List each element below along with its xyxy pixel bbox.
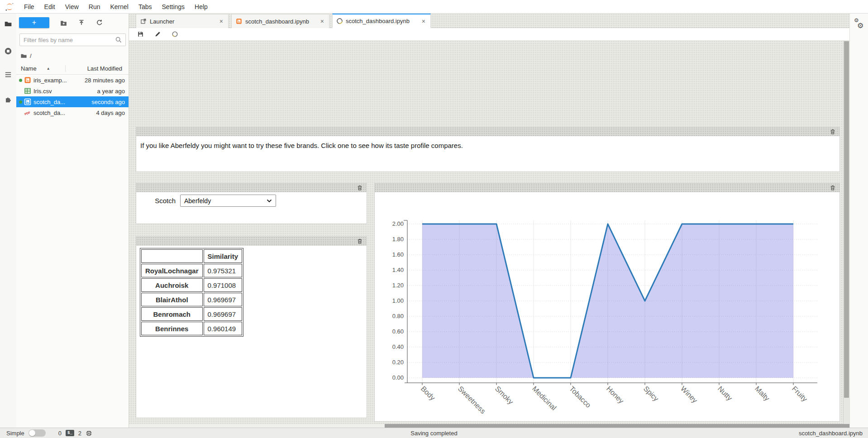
tab-label: scotch_dashboard.ipynb bbox=[245, 18, 316, 25]
svg-text:Fruity: Fruity bbox=[791, 385, 809, 403]
close-tab-icon[interactable]: × bbox=[320, 18, 325, 25]
table-row[interactable]: Auchroisk 0.971008 bbox=[141, 278, 242, 292]
file-name: iris_examp... bbox=[33, 77, 85, 84]
kernel-indicator-icon[interactable] bbox=[170, 29, 180, 39]
vertical-scrollbar[interactable] bbox=[843, 41, 849, 424]
running-sessions-icon[interactable] bbox=[0, 44, 16, 58]
table-row[interactable]: Benrinnes 0.960149 bbox=[141, 322, 242, 335]
table-row[interactable]: RoyalLochnagar 0.975321 bbox=[141, 264, 242, 277]
sort-by-modified[interactable]: Last Modified bbox=[65, 65, 129, 72]
svg-text:Winey: Winey bbox=[679, 385, 699, 404]
tab-notebook[interactable]: scotch_dashboard.ipynb × bbox=[231, 14, 329, 28]
trash-icon[interactable] bbox=[829, 184, 837, 192]
similarity-table: Similarity RoyalLochnagar 0.975321 Auchr… bbox=[140, 248, 243, 337]
svg-text:0.60: 0.60 bbox=[392, 328, 404, 335]
trash-icon[interactable] bbox=[356, 184, 364, 192]
sort-by-name[interactable]: Name ▲ bbox=[16, 65, 65, 72]
horizontal-scrollbar-thumb[interactable] bbox=[385, 424, 849, 428]
menu-file[interactable]: File bbox=[19, 0, 39, 14]
file-row-scotch-pdf[interactable]: PDF scotch_da... 4 days ago bbox=[16, 107, 129, 118]
cell-drag-handle[interactable] bbox=[136, 127, 839, 136]
tab-launcher[interactable]: Launcher × bbox=[136, 14, 229, 28]
simple-mode-label: Simple bbox=[6, 430, 24, 437]
menu-help[interactable]: Help bbox=[190, 0, 213, 14]
file-modified: 28 minutes ago bbox=[85, 77, 129, 84]
save-button[interactable] bbox=[135, 29, 145, 39]
kernels-count[interactable]: 2 bbox=[78, 430, 81, 437]
file-browser-panel: + / Name ▲ Last Modified iris_e bbox=[16, 14, 129, 428]
new-folder-button[interactable] bbox=[57, 17, 69, 28]
tab-bar: Launcher × scotch_dashboard.ipynb × scot… bbox=[129, 14, 849, 28]
svg-text:0.20: 0.20 bbox=[392, 359, 404, 366]
brand-cell[interactable]: Benrinnes bbox=[141, 322, 203, 335]
table-row[interactable]: BlairAthol 0.969697 bbox=[141, 293, 242, 306]
cell-drag-handle[interactable] bbox=[136, 183, 367, 192]
file-row-scotch-notebook[interactable]: scotch_da... seconds ago bbox=[16, 96, 129, 107]
menu-bar: File Edit View Run Kernel Tabs Settings … bbox=[0, 0, 868, 14]
vertical-scrollbar-thumb[interactable] bbox=[844, 41, 849, 398]
notebook-toolbar bbox=[129, 28, 849, 41]
name-header-label: Name bbox=[21, 65, 37, 72]
new-launcher-button[interactable]: + bbox=[19, 17, 49, 28]
menu-tabs[interactable]: Tabs bbox=[134, 0, 157, 14]
table-of-contents-icon[interactable] bbox=[0, 68, 16, 81]
edit-button[interactable] bbox=[153, 29, 162, 39]
file-row-iris-csv[interactable]: Iris.csv a year ago bbox=[16, 86, 129, 96]
terminals-count[interactable]: 0 bbox=[58, 430, 62, 437]
svg-text:1.00: 1.00 bbox=[392, 297, 404, 304]
file-browser-icon[interactable] bbox=[0, 17, 16, 31]
close-tab-icon[interactable]: × bbox=[219, 18, 224, 25]
upload-button[interactable] bbox=[76, 17, 87, 28]
dashboard-settings-gears-icon[interactable]: ⚙ ⚙ bbox=[850, 16, 868, 34]
brand-cell[interactable]: BlairAthol bbox=[141, 293, 203, 306]
svg-text:Nutty: Nutty bbox=[716, 385, 734, 402]
menu-view[interactable]: View bbox=[60, 0, 84, 14]
sort-ascending-icon: ▲ bbox=[47, 67, 50, 71]
extension-manager-icon[interactable] bbox=[0, 92, 16, 106]
similarity-cell: 0.971008 bbox=[204, 278, 243, 292]
menu-settings[interactable]: Settings bbox=[157, 0, 190, 14]
empty-header-cell bbox=[141, 249, 203, 263]
svg-text:1.60: 1.60 bbox=[392, 251, 404, 258]
scotch-select-cell: Scotch Aberfeldy bbox=[136, 183, 367, 224]
svg-text:Malty: Malty bbox=[754, 385, 771, 402]
filter-files bbox=[19, 33, 125, 46]
filter-files-input[interactable] bbox=[19, 33, 126, 46]
menu-run[interactable]: Run bbox=[84, 0, 105, 14]
brand-cell[interactable]: RoyalLochnagar bbox=[141, 264, 203, 277]
trash-icon[interactable] bbox=[829, 128, 837, 136]
notebook-file-icon bbox=[236, 18, 242, 24]
terminal-icon[interactable]: $_ bbox=[66, 430, 74, 436]
svg-text:Spicy: Spicy bbox=[642, 385, 660, 403]
similarity-cell: 0.969697 bbox=[204, 293, 243, 306]
horizontal-scrollbar[interactable] bbox=[129, 424, 849, 428]
tab-dashboard-active[interactable]: scotch_dashboard.ipynb × bbox=[332, 14, 431, 28]
gear-icon: ⚙ bbox=[857, 21, 863, 30]
table-header-row: Similarity bbox=[141, 249, 242, 263]
file-row-iris-example[interactable]: iris_examp... 28 minutes ago bbox=[16, 75, 129, 86]
breadcrumb[interactable]: / bbox=[16, 46, 129, 63]
svg-text:1.40: 1.40 bbox=[392, 267, 404, 273]
simple-mode-toggle[interactable] bbox=[29, 429, 46, 437]
trash-icon[interactable] bbox=[356, 237, 364, 245]
file-name: scotch_da... bbox=[33, 110, 96, 116]
menu-kernel[interactable]: Kernel bbox=[105, 0, 133, 14]
kernel-chip-icon[interactable] bbox=[86, 430, 92, 437]
close-tab-icon[interactable]: × bbox=[421, 18, 426, 25]
taste-profile-chart: 0.000.200.400.600.801.001.201.401.601.80… bbox=[375, 192, 839, 421]
svg-text:Medicinal: Medicinal bbox=[531, 385, 558, 412]
menu-edit[interactable]: Edit bbox=[39, 0, 60, 14]
similarity-cell: 0.975321 bbox=[204, 264, 243, 277]
right-rail: ⚙ ⚙ bbox=[849, 14, 868, 428]
file-list-header: Name ▲ Last Modified bbox=[16, 63, 129, 75]
tab-label: scotch_dashboard.ipynb bbox=[346, 18, 418, 24]
csv-file-icon bbox=[24, 87, 31, 95]
scotch-select[interactable]: Aberfeldy bbox=[180, 195, 276, 207]
refresh-button[interactable] bbox=[94, 17, 105, 28]
cell-drag-handle[interactable] bbox=[136, 237, 367, 246]
breadcrumb-root[interactable]: / bbox=[30, 52, 32, 59]
cell-drag-handle[interactable] bbox=[375, 183, 839, 192]
brand-cell[interactable]: Benromach bbox=[141, 307, 203, 321]
brand-cell[interactable]: Auchroisk bbox=[141, 278, 203, 292]
table-row[interactable]: Benromach 0.969697 bbox=[141, 307, 242, 321]
